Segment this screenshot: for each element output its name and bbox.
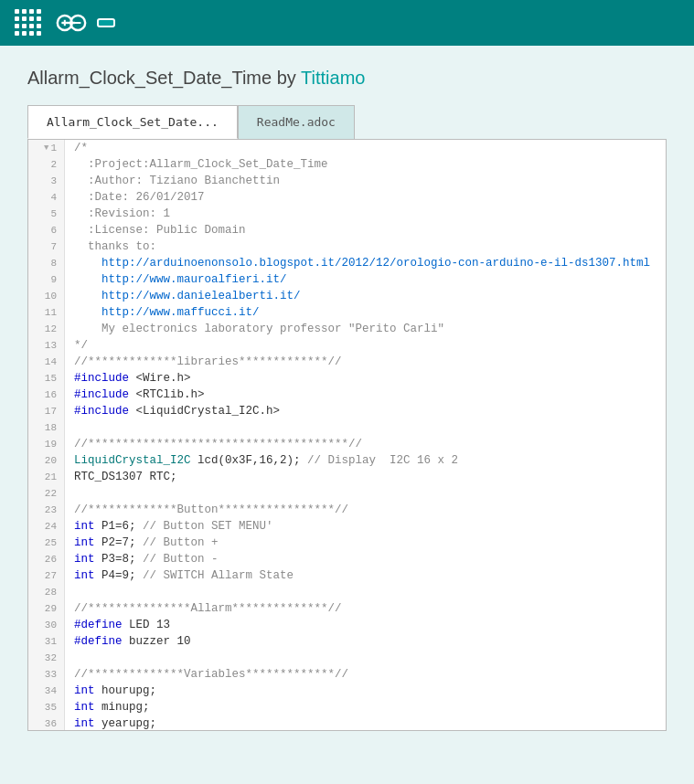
table-row: 16 #include <RTClib.h>	[28, 387, 666, 403]
table-row: 36 int yearupg;	[28, 715, 666, 731]
table-row: 7 thanks to:	[28, 238, 666, 255]
table-row: 25 int P2=7; // Button +	[28, 535, 666, 551]
table-row: 21 RTC_DS1307 RTC;	[28, 469, 666, 485]
navbar	[0, 0, 694, 46]
tab-readme[interactable]: ReadMe.adoc	[238, 105, 355, 139]
table-row: 2 :Project:Allarm_Clock_Set_Date_Time	[28, 156, 666, 173]
table-row: 26 int P3=8; // Button -	[28, 551, 666, 567]
tabs-container: Allarm_Clock_Set_Date... ReadMe.adoc	[27, 105, 667, 139]
table-row: ▼1 /*	[28, 140, 666, 156]
table-row: 4 :Date: 26/01/2017	[28, 189, 666, 206]
table-row: 24 int P1=6; // Button SET MENU'	[28, 518, 666, 535]
table-row: 31 #define buzzer 10	[28, 633, 666, 650]
table-row: 6 :License: Public Domain	[28, 222, 666, 238]
table-row: 33 //**************Variables************…	[28, 666, 666, 683]
grid-menu-icon[interactable]	[15, 9, 42, 37]
arduino-logo-icon	[53, 10, 90, 36]
table-row: 35 int minupg;	[28, 699, 666, 715]
table-row: 22	[28, 485, 666, 502]
table-row: 13 */	[28, 337, 666, 354]
table-row: 12 My electronics laboratory professor "…	[28, 321, 666, 337]
by-label: by	[277, 68, 301, 88]
table-row: 32	[28, 650, 666, 666]
main-content: Allarm_Clock_Set_Date_Time by Tittiamo A…	[0, 46, 694, 731]
tab-main-file[interactable]: Allarm_Clock_Set_Date...	[27, 105, 238, 139]
table-row: 34 int hourupg;	[28, 683, 666, 699]
table-row: 27 int P4=9; // SWITCH Allarm State	[28, 567, 666, 584]
project-name: Allarm_Clock_Set_Date_Time	[27, 68, 277, 88]
table-row: 15 #include <Wire.h>	[28, 370, 666, 387]
table-row: 10 http://www.danielealberti.it/	[28, 288, 666, 304]
table-row: 8 http://arduinoenonsolo.blogspot.it/201…	[28, 255, 666, 271]
table-row: 18	[28, 419, 666, 436]
arduino-logo-area	[53, 10, 115, 36]
table-row: 28	[28, 584, 666, 600]
table-row: 17 #include <LiquidCrystal_I2C.h>	[28, 403, 666, 419]
table-row: 11 http://www.maffucci.it/	[28, 304, 666, 321]
create-label	[97, 18, 115, 27]
table-row: 20 LiquidCrystal_I2C lcd(0x3F,16,2); // …	[28, 452, 666, 469]
table-row: 19 //***********************************…	[28, 436, 666, 452]
table-row: 3 :Author: Tiziano Bianchettin	[28, 173, 666, 189]
table-row: 30 #define LED 13	[28, 617, 666, 633]
table-row: 5 :Revision: 1	[28, 206, 666, 222]
table-row: 9 http://www.mauroalfieri.it/	[28, 271, 666, 288]
table-row: 14 //*************libraries*************…	[28, 354, 666, 370]
author-link[interactable]: Tittiamo	[301, 68, 365, 88]
code-editor[interactable]: ▼1 /* 2 :Project:Allarm_Clock_Set_Date_T…	[27, 139, 667, 731]
project-title-area: Allarm_Clock_Set_Date_Time by Tittiamo	[27, 68, 667, 89]
table-row: 23 //*************Button****************…	[28, 502, 666, 518]
table-row: 29 //***************Allarm**************…	[28, 600, 666, 617]
